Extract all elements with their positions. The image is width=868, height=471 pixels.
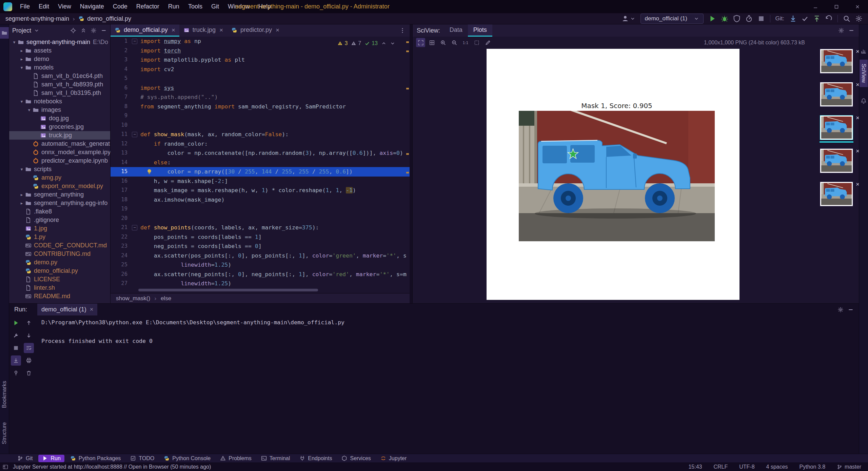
tree-item-notebooks[interactable]: ▾notebooks <box>9 97 110 106</box>
status-widget[interactable]: 4 spaces <box>766 464 788 470</box>
chevron-down-icon[interactable] <box>390 41 395 46</box>
menu-refactor[interactable]: Refactor <box>132 0 164 13</box>
hide-icon[interactable] <box>848 307 854 313</box>
tree-expand-arrow[interactable]: ▸ <box>18 48 25 53</box>
chevron-up-icon[interactable] <box>381 41 387 46</box>
sciview-tool-zoom-in[interactable] <box>438 38 448 47</box>
run-action-down[interactable] <box>24 330 34 341</box>
code-line-4[interactable]: 4import cv2 <box>111 65 410 74</box>
run-configuration-select[interactable]: demo_official (1) <box>640 14 704 24</box>
toolwindow-button-run[interactable]: Run <box>38 455 64 462</box>
tree-item-sam-vit-b-01ec64-pth[interactable]: sam_vit_b_01ec64.pth <box>9 72 110 80</box>
tree-item-1-jpg[interactable]: 1.jpg <box>9 224 110 233</box>
tree-item-predictor-example-ipynb[interactable]: predictor_example.ipynb <box>9 157 110 165</box>
toolwindow-button-bookmarks[interactable]: Bookmarks <box>0 377 8 412</box>
toolwindow-button-services[interactable]: Services <box>338 455 374 462</box>
code-line-22[interactable]: 22 pos_points = coords[labels == 1] <box>111 232 410 242</box>
toolwindow-button-python-packages[interactable]: Python Packages <box>66 455 125 462</box>
toolwindow-button-jupyter[interactable]: Jupyter <box>377 455 410 462</box>
run-action-trash[interactable] <box>24 368 34 378</box>
tree-item-linter-sh[interactable]: linter.sh <box>9 284 110 292</box>
plot-thumbnail-3[interactable]: × <box>820 115 853 140</box>
tree-item-automatic-mask-generat-[interactable]: automatic_mask_generat... <box>9 140 110 148</box>
sciview-tool-zoom-out[interactable] <box>450 38 459 47</box>
status-message[interactable]: Jupyter Server started at http://localho… <box>13 464 211 470</box>
toolwindow-button-problems[interactable]: Problems <box>216 455 255 462</box>
tree-item-segment-anything-egg-info[interactable]: ▸segment_anything.egg-info <box>9 199 110 207</box>
menu-run[interactable]: Run <box>164 0 184 13</box>
tree-expand-arrow[interactable]: ▸ <box>18 201 25 206</box>
menu-tools[interactable]: Tools <box>184 0 207 13</box>
toolwindow-button-endpoints[interactable]: Endpoints <box>296 455 336 462</box>
tree-item-demo-py[interactable]: demo.py <box>9 258 110 267</box>
notifications-button[interactable] <box>859 95 868 107</box>
sciview-tool-selection[interactable] <box>472 38 481 47</box>
toolwindow-button-terminal[interactable]: Terminal <box>257 455 294 462</box>
code-line-25[interactable]: 25 linewidth=1.25) <box>111 260 410 270</box>
tree-item-sam-vit-h-4b8939-pth[interactable]: sam_vit_h_4b8939.pth <box>9 80 110 89</box>
sciview-tool-fit[interactable] <box>416 38 425 47</box>
git-update-icon[interactable] <box>789 15 797 22</box>
code-line-9[interactable]: 9 <box>111 111 410 121</box>
code-line-11[interactable]: 11−def show_mask(mask, ax, random_color=… <box>111 130 410 139</box>
code-editor[interactable]: 1−import numpy as np2import torch3import… <box>111 37 410 293</box>
tree-collapse-arrow[interactable]: ▾ <box>18 99 25 104</box>
window-close-button[interactable] <box>847 0 868 13</box>
tree-collapse-arrow[interactable]: ▾ <box>26 107 33 112</box>
breadcrumb-item[interactable]: segment-anything-main <box>5 15 69 22</box>
run-action-print[interactable] <box>24 355 34 366</box>
tree-item-sam-vit-l-0b3195-pth[interactable]: sam_vit_l_0b3195.pth <box>9 89 110 97</box>
code-line-3[interactable]: 3import matplotlib.pyplot as plt <box>111 55 410 65</box>
stop-icon[interactable] <box>757 15 765 22</box>
status-widget[interactable]: CRLF <box>713 464 728 470</box>
plot-thumbnail-4[interactable]: × <box>820 148 853 173</box>
close-icon[interactable]: × <box>276 26 279 34</box>
code-line-5[interactable]: 5 <box>111 74 410 83</box>
editor-tab-truck-jpg[interactable]: truck.jpg× <box>179 24 227 37</box>
toolwindow-button-sciview[interactable]: SciView <box>860 60 868 87</box>
breadcrumb-item[interactable]: demo_official.py <box>78 15 131 22</box>
tree-item-segment-anything-main[interactable]: ▾segment-anything-mainE:\Do <box>9 38 110 46</box>
hide-icon[interactable] <box>101 27 107 34</box>
toolwindow-button-project[interactable] <box>0 27 9 39</box>
code-line-17[interactable]: 17 mask_image = mask.reshape(h, w, 1) * … <box>111 186 410 195</box>
menu-file[interactable]: File <box>16 0 34 13</box>
status-widget[interactable]: UTF-8 <box>739 464 754 470</box>
toolwindow-button-git[interactable]: Git <box>14 455 36 462</box>
search-icon[interactable] <box>843 15 850 22</box>
tree-item-demo-official-py[interactable]: demo_official.py <box>9 267 110 275</box>
run-console-output[interactable]: D:\Program\Python38\python.exe E:\Docume… <box>41 318 851 450</box>
code-line-14[interactable]: 14 else: <box>111 158 410 167</box>
editor-breadcrumb-item[interactable]: else <box>161 295 171 302</box>
window-maximize-button[interactable] <box>826 0 847 13</box>
tree-collapse-arrow[interactable]: ▾ <box>18 167 25 172</box>
window-minimize-button[interactable] <box>805 0 826 13</box>
run-action-rerun[interactable] <box>11 318 21 328</box>
toolwindow-button-structure[interactable]: Structure <box>0 418 8 448</box>
tree-item-groceries-jpg[interactable]: groceries.jpg <box>9 123 110 131</box>
code-line-23[interactable]: 23 neg_points = coords[labels == 0] <box>111 242 410 251</box>
code-line-7[interactable]: 7# sys.path.append("..") <box>111 93 410 102</box>
code-line-13[interactable]: 13 color = np.concatenate([np.random.ran… <box>111 148 410 158</box>
tree-collapse-arrow[interactable]: ▾ <box>18 65 25 70</box>
status-widget[interactable]: 15:43 <box>688 464 702 470</box>
fold-gutter[interactable]: − <box>127 130 140 139</box>
sciview-tool-one-to-one[interactable]: 1:1 <box>461 38 470 47</box>
run-action-scroll-end[interactable] <box>11 355 21 366</box>
settings-icon[interactable] <box>838 27 844 34</box>
toolwindow-button-todo[interactable]: TODO <box>126 455 158 462</box>
run-action-stop[interactable] <box>11 343 21 353</box>
tree-item-segment-anything[interactable]: ▸segment_anything <box>9 190 110 199</box>
editor-tab-predictor-py[interactable]: predictor.py× <box>227 24 283 37</box>
fold-marker-icon[interactable]: − <box>132 225 137 230</box>
code-line-15[interactable]: 15 color = np.array([30 / 255, 144 / 255… <box>111 167 410 177</box>
plot-canvas[interactable]: Mask 1, Score: 0.905 <box>487 49 739 300</box>
user-widget[interactable] <box>622 15 635 22</box>
tree-item-demo[interactable]: ▸demo <box>9 55 110 63</box>
settings-icon[interactable] <box>91 27 97 34</box>
code-line-19[interactable]: 19 <box>111 204 410 214</box>
run-action-pin[interactable] <box>11 368 21 378</box>
tree-item-export-onnx-model-py[interactable]: export_onnx_model.py <box>9 182 110 190</box>
run-action-soft-wrap[interactable] <box>24 343 34 353</box>
plot-thumbnail-1[interactable]: × <box>820 49 853 74</box>
